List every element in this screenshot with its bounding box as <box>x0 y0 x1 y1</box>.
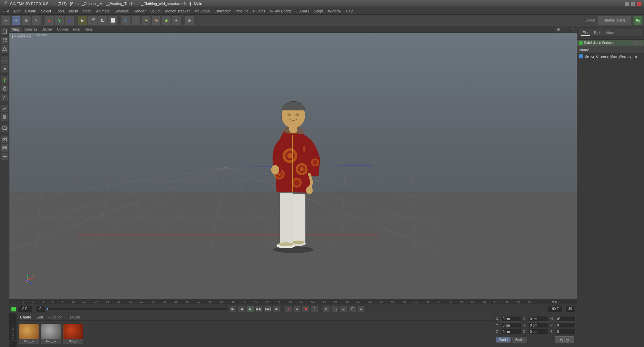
timeline-settings-button[interactable]: ≡ <box>357 305 365 313</box>
vp-tab-view[interactable]: View <box>10 27 21 32</box>
sculpt-tool-button[interactable] <box>1 104 9 112</box>
render-to-picture-viewer-button[interactable]: 🎬 <box>88 16 97 25</box>
play-reverse-button[interactable]: ▶▶ <box>255 305 263 313</box>
scene-object-row[interactable]: Senior_Chinese_Man_Wearing_Tri <box>577 54 644 59</box>
material-button[interactable]: ◈ <box>161 16 171 25</box>
menu-create[interactable]: Create <box>23 8 38 14</box>
layout-selector[interactable]: Startup (User) <box>598 16 631 25</box>
material-thumb-1[interactable]: Man_bo <box>19 324 39 344</box>
b-input[interactable] <box>556 329 576 334</box>
world-mode-button[interactable]: World <box>496 337 511 343</box>
vp-corner-icon-1[interactable]: ⊞ <box>555 27 561 33</box>
mat-tab-function[interactable]: Function <box>47 315 64 319</box>
material-thumb-3[interactable]: Man_cl <box>63 324 83 344</box>
menu-vray[interactable]: V-Ray Bridge <box>268 8 294 14</box>
right-tab-view[interactable]: View <box>604 30 615 35</box>
paint-button[interactable] <box>1 93 9 101</box>
right-panel-content[interactable]: Senior_Chinese_Man_Wearing_Tri <box>577 54 644 347</box>
menu-animate[interactable]: Animate <box>94 8 112 14</box>
right-tab-file[interactable]: File <box>581 30 590 36</box>
model-mode-button[interactable] <box>1 28 9 36</box>
loop-button[interactable]: ↺ <box>293 305 301 313</box>
material-thumb-2[interactable]: Man_bo <box>41 324 61 344</box>
picture-viewer-button[interactable]: 🖼 <box>98 16 107 25</box>
render-active-view-button[interactable]: ▶ <box>78 16 87 25</box>
y-size-input[interactable] <box>529 323 548 328</box>
vp-tab-filter[interactable]: Filter <box>71 27 82 32</box>
z-size-input[interactable] <box>529 329 548 334</box>
axis-z-button[interactable]: Z <box>65 16 74 25</box>
tag-tool-button[interactable] <box>1 135 9 143</box>
apply-button[interactable]: Apply <box>555 336 574 343</box>
polygon-mode-button[interactable] <box>1 45 9 53</box>
z-pos-input[interactable] <box>502 329 521 334</box>
render-region-button[interactable]: ⬜ <box>108 16 117 25</box>
vp-corner-icon-2[interactable]: ↕ <box>562 27 568 33</box>
close-button[interactable]: ✕ <box>637 1 641 6</box>
cube-tool-button[interactable]: □ <box>121 16 131 25</box>
mat-tab-create[interactable]: Create <box>19 315 33 319</box>
camera-button[interactable]: ◎ <box>151 16 161 25</box>
menu-script[interactable]: Script <box>312 8 325 14</box>
subdiv-render-toggle[interactable]: ✓ <box>638 41 642 45</box>
minimize-button[interactable]: ─ <box>625 1 629 6</box>
3d-viewport[interactable]: Perspective Grid Spacing : 100 cm Y X Z <box>9 33 577 299</box>
mat-tab-texture[interactable]: Texture <box>66 315 81 319</box>
x-pos-input[interactable] <box>502 316 521 321</box>
mat-tab-edit[interactable]: Edit <box>35 315 44 319</box>
vp-tab-panel[interactable]: Panel <box>83 27 96 32</box>
menu-pipeline[interactable]: Pipeline <box>233 8 250 14</box>
menu-character[interactable]: Character <box>212 8 233 14</box>
null-object-button[interactable]: ✦ <box>171 16 181 25</box>
edge-mode-button[interactable] <box>1 56 9 64</box>
frame-slider[interactable] <box>47 308 228 310</box>
scale-button[interactable]: ⤡ <box>32 16 41 25</box>
character-anim-button[interactable]: P <box>349 305 356 313</box>
sphere-tool-button[interactable]: ○ <box>131 16 141 25</box>
menu-render[interactable]: Render <box>132 8 148 14</box>
axis-y-button[interactable]: Y <box>55 16 64 25</box>
record-button[interactable]: ● <box>285 305 292 313</box>
more-tool-button[interactable] <box>1 153 9 161</box>
menu-mograph[interactable]: MoGraph <box>192 8 212 14</box>
weight-tool-button[interactable] <box>1 124 9 132</box>
menu-select[interactable]: Select <box>39 8 53 14</box>
light-button[interactable]: ☀ <box>141 16 151 25</box>
vp-tab-options[interactable]: Options <box>55 27 70 32</box>
live-select-button[interactable]: ✛ <box>11 16 21 25</box>
first-frame-button[interactable]: ⏮ <box>229 305 237 313</box>
menu-snap[interactable]: Snap <box>81 8 94 14</box>
boole-button[interactable]: ⊕ <box>185 16 194 25</box>
frame-end-input[interactable] <box>548 306 563 312</box>
auto-key-button[interactable]: ⏺ <box>302 305 309 313</box>
scale-mode-button[interactable]: Scale <box>512 337 527 343</box>
point-mode-button[interactable] <box>1 65 9 73</box>
frame-start-input[interactable] <box>35 306 45 312</box>
menu-file[interactable]: File <box>1 8 11 14</box>
menu-plugins[interactable]: Plugins <box>251 8 267 14</box>
menu-help[interactable]: Help <box>344 8 356 14</box>
menu-tools[interactable]: Tools <box>54 8 66 14</box>
python-console-button[interactable]: Py <box>633 16 643 25</box>
menu-sculpt[interactable]: Sculpt <box>148 8 163 14</box>
y-pos-input[interactable] <box>502 323 521 328</box>
hair-tool-button[interactable] <box>1 113 9 121</box>
vp-corner-icon-3[interactable]: ⬚ <box>569 27 575 33</box>
h-input[interactable] <box>556 316 576 321</box>
vp-tab-cameras[interactable]: Cameras <box>22 27 40 32</box>
snap-button[interactable] <box>1 85 9 93</box>
p-input[interactable] <box>556 323 576 328</box>
subdiv-visible-toggle[interactable]: ✓ <box>633 41 637 45</box>
menu-mesh[interactable]: Mesh <box>67 8 80 14</box>
undo-button[interactable]: ↩ <box>1 16 11 25</box>
menu-simulate[interactable]: Simulate <box>112 8 131 14</box>
next-frame-button[interactable]: ▶▶| <box>264 305 271 313</box>
motion-system-button[interactable]: ◎ <box>340 305 347 313</box>
play-button[interactable]: ▶ <box>247 305 254 313</box>
menu-motiontracker[interactable]: Motion Tracker <box>163 8 192 14</box>
vp-tab-display[interactable]: Display <box>40 27 55 32</box>
menu-window[interactable]: Window <box>326 8 343 14</box>
right-tab-edit[interactable]: Edit <box>593 30 602 35</box>
layers-tool-button[interactable] <box>1 144 9 152</box>
fps-input[interactable] <box>565 306 575 312</box>
